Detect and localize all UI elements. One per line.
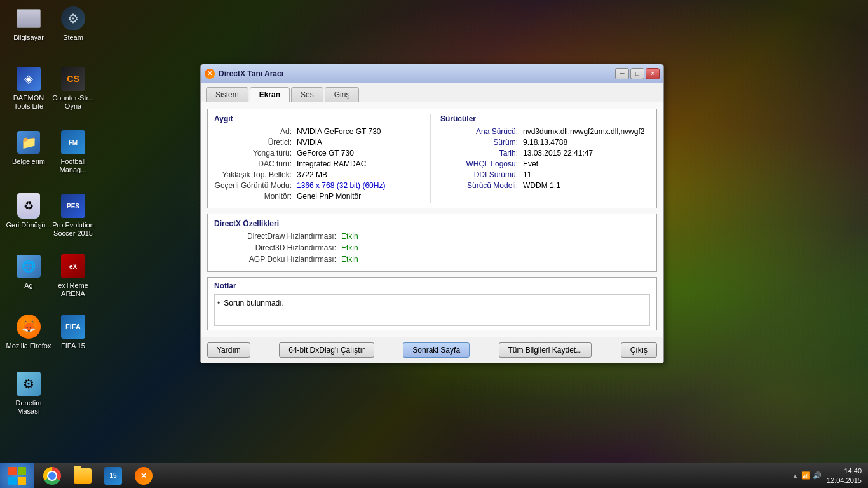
desktop-icon-cs[interactable]: CS Counter-Str... Oyna: [48, 64, 98, 113]
win-logo-quad1: [8, 467, 17, 475]
drivers-surum-row: Sürüm: 9.18.13.4788: [440, 138, 650, 147]
device-monitor-row: Monitör: Genel PnP Monitör: [214, 192, 424, 201]
desktop-icon-daemon[interactable]: ◈ DAEMON Tools Lite: [3, 64, 54, 113]
run-dxdiag-button[interactable]: 64-bit DxDiag'ı Çalıştır: [279, 342, 374, 358]
football-label: Football Manag...: [50, 158, 96, 174]
network-icon: 🌐: [16, 254, 41, 279]
dxdiag-tabs: Sistem Ekran Ses Giriş: [201, 83, 663, 102]
device-dac-row: DAC türü: Integrated RAMDAC: [214, 159, 424, 168]
desktop-icon-pes[interactable]: PES Pro Evolution Soccer 2015: [48, 191, 98, 240]
taskbar-apps: 15 ✕: [34, 463, 161, 489]
tab-giris[interactable]: Giriş: [325, 87, 360, 102]
desktop-icon-network[interactable]: 🌐 Ağ: [3, 251, 54, 292]
control-panel-icon: ⚙: [16, 371, 41, 396]
extreme-label: exTReme ARENA: [50, 281, 96, 298]
steam-icon: ⚙: [60, 6, 86, 31]
next-page-button[interactable]: Sonraki Sayfa: [403, 342, 470, 358]
ddi-value: 11: [523, 170, 531, 179]
device-section-title: Aygıt: [214, 114, 424, 123]
desktop-icon-football[interactable]: FM Football Manag...: [48, 127, 98, 177]
monitor-label: Monitör:: [214, 192, 297, 201]
dxdiag-title-text: DirectX Tanı Aracı: [219, 69, 615, 78]
chrome-icon: [43, 467, 61, 485]
sound-tray-icon: 🔊: [813, 471, 822, 480]
directdraw-value: Etkin: [341, 232, 358, 241]
ad-value: NVIDIA GeForce GT 730: [297, 127, 381, 136]
pes-label: Pro Evolution Soccer 2015: [50, 221, 96, 238]
recycle-bin-icon: ♻: [16, 193, 41, 219]
drivers-section-title: Sürücüler: [440, 114, 650, 123]
notes-content: • Sorun bulunmadı.: [214, 294, 650, 326]
desktop-icon-control[interactable]: ⚙ Denetim Masası: [3, 369, 54, 418]
taskbar-dxdiag[interactable]: ✕: [130, 464, 158, 487]
device-ad-row: Ad: NVIDIA GeForce GT 730: [214, 127, 424, 136]
save-all-button[interactable]: Tüm Bilgileri Kaydet...: [499, 342, 592, 358]
win-logo-quad2: [18, 467, 26, 475]
desktop-icon-belgelerim[interactable]: 📁 Belgelerim: [3, 127, 54, 168]
device-info: Aygıt Ad: NVIDIA GeForce GT 730 Üretici:…: [214, 114, 431, 203]
fifa-taskbar-icon: 15: [104, 467, 122, 485]
note-text: Sorun bulunmadı.: [224, 299, 284, 308]
yardim-button[interactable]: Yardım: [207, 342, 250, 358]
windows-logo: [8, 467, 26, 485]
feature-agp: AGP Doku Hızlandırması: Etkin: [214, 255, 650, 264]
clock[interactable]: 14:40 12.04.2015: [827, 466, 862, 485]
device-drivers-section: Aygıt Ad: NVIDIA GeForce GT 730 Üretici:…: [207, 109, 657, 208]
device-gorunum-row: Geçerli Görüntü Modu: 868 x 488 (32 bit…: [214, 181, 424, 190]
direct3d-value: Etkin: [341, 243, 358, 252]
desktop-icon-steam[interactable]: ⚙ Steam: [48, 3, 98, 44]
gorunum-label: Geçerli Görüntü Modu:: [214, 181, 297, 190]
tray-arrow[interactable]: ▲: [792, 472, 799, 480]
monitor-value: Genel PnP Monitör: [297, 192, 361, 201]
clock-time: 14:40: [844, 466, 862, 475]
desktop-icon-firefox[interactable]: 🦊 Mozilla Firefox: [3, 311, 54, 353]
bellek-label: Yaklaşık Top. Bellek:: [214, 170, 297, 179]
device-bellek-row: Yaklaşık Top. Bellek: 3722 MB: [214, 170, 424, 179]
start-button[interactable]: [0, 463, 34, 489]
taskbar-fifa[interactable]: 15: [99, 464, 127, 487]
drivers-whql-row: WHQL Logosu: Evet: [440, 159, 650, 168]
fifa-label: FIFA 15: [61, 342, 85, 350]
gorunum-value: 868 x 488 (32 bit) (60Hz): [297, 181, 385, 190]
desktop-icon-bilgisayar[interactable]: Bilgisayar: [3, 3, 54, 44]
ad-label: Ad:: [214, 127, 297, 136]
device-uretici-row: Üretici: NVIDIA: [214, 138, 424, 147]
dxdiag-title-icon: ✕: [205, 69, 215, 79]
tab-sistem[interactable]: Sistem: [206, 87, 248, 102]
tarih-value: 13.03.2015 22:41:47: [523, 149, 593, 158]
surum-label: Sürüm:: [440, 138, 523, 147]
football-icon: FM: [60, 130, 86, 155]
taskbar-explorer[interactable]: [69, 464, 97, 487]
tarih-label: Tarih:: [440, 149, 523, 158]
drivers-model-row: Sürücü Modeli: WDDM 1.1: [440, 181, 650, 190]
tab-ekran[interactable]: Ekran: [250, 87, 290, 102]
bilgisayar-label: Bilgisayar: [13, 34, 44, 42]
feature-direct3d: Direct3D Hızlandırması: Etkin: [214, 243, 650, 252]
exit-button[interactable]: Çıkış: [621, 342, 657, 358]
fifa-icon: FIFA: [60, 314, 86, 339]
explorer-icon: [74, 468, 92, 484]
close-button[interactable]: ✕: [646, 68, 660, 79]
dxdiag-titlebar[interactable]: ✕ DirectX Tanı Aracı ─ □ ✕: [201, 64, 663, 83]
control-label: Denetim Masası: [6, 399, 51, 416]
system-tray: ▲ 📶 🔊: [792, 471, 822, 480]
desktop-icon-recycle[interactable]: ♻ Geri Dönüşü...: [3, 191, 54, 232]
feature-directdraw: DirectDraw Hızlandırması: Etkin: [214, 232, 650, 241]
direct3d-label: Direct3D Hızlandırması:: [214, 243, 341, 252]
maximize-button[interactable]: □: [630, 68, 644, 79]
win-logo-quad3: [8, 477, 17, 485]
drivers-tarih-row: Tarih: 13.03.2015 22:41:47: [440, 149, 650, 158]
taskbar-right: ▲ 📶 🔊 14:40 12.04.2015: [792, 466, 868, 485]
desktop-icon-fifa[interactable]: FIFA FIFA 15: [48, 311, 98, 353]
network-tray-icon: 📶: [801, 471, 810, 480]
desktop-icon-extreme[interactable]: eX exTReme ARENA: [48, 251, 98, 301]
tab-ses[interactable]: Ses: [291, 87, 323, 102]
taskbar-chrome[interactable]: [38, 464, 66, 487]
features-title: DirectX Özellikleri: [214, 219, 650, 228]
device-yonga-row: Yonga türü: GeForce GT 730: [214, 149, 424, 158]
agp-value: Etkin: [341, 255, 358, 264]
drivers-ana-row: Ana Sürücü: nvd3dumx.dll,nvwgf2umx.dll,n…: [440, 127, 650, 136]
minimize-button[interactable]: ─: [615, 68, 629, 79]
win-logo-quad4: [18, 477, 26, 485]
counter-strike-icon: CS: [60, 66, 86, 92]
